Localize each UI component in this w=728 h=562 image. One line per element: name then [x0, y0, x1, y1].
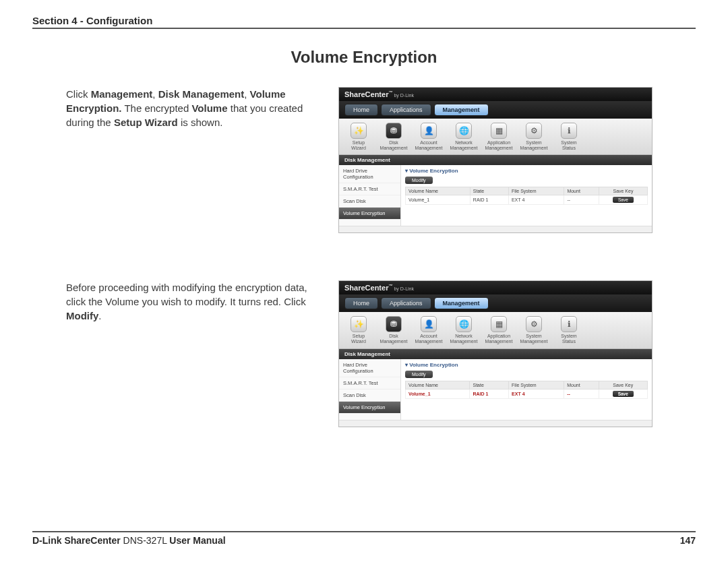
- tab-applications[interactable]: Applications: [381, 297, 431, 309]
- footer-page: 147: [680, 535, 696, 546]
- tab-management[interactable]: Management: [434, 104, 489, 116]
- footer-brand: D-Link ShareCenter: [32, 535, 121, 546]
- screenshot-1: ShareCenter™by D-Link Home Applications …: [338, 87, 653, 233]
- brand-sub: by D-Link: [394, 93, 414, 98]
- cell-mount: --: [564, 195, 599, 205]
- side-item-scan[interactable]: Scan Disk: [339, 389, 400, 402]
- txt: ,: [244, 88, 249, 100]
- app-brand-bar: ShareCenter™by D-Link: [339, 88, 652, 101]
- step-1-row: Click Management, Disk Management, Volum…: [32, 87, 696, 233]
- info-icon: ℹ: [568, 127, 571, 135]
- lbl: System Status: [555, 140, 583, 150]
- txt: ,: [152, 88, 158, 100]
- col-state: State: [470, 187, 508, 195]
- tab-home[interactable]: Home: [344, 104, 378, 116]
- top-nav: Home Applications Management: [339, 101, 652, 119]
- tab-applications[interactable]: Applications: [381, 104, 431, 116]
- txt-bold: Disk Management: [158, 88, 245, 100]
- brand: ShareCenter: [344, 284, 388, 292]
- step-2-row: Before proceeding with modifying the enc…: [32, 280, 696, 427]
- col-name: Volume Name: [406, 187, 471, 195]
- side-item-smart[interactable]: S.M.A.R.T. Test: [339, 183, 400, 195]
- volume-table: Volume Name State File System Mount Save…: [405, 381, 648, 399]
- toolbar-system-status[interactable]: ℹSystem Status: [555, 123, 583, 150]
- save-key-button[interactable]: Save: [613, 391, 634, 397]
- tab-home[interactable]: Home: [344, 297, 378, 309]
- info-icon: ℹ: [568, 320, 571, 328]
- side-item-volume-encryption[interactable]: Volume Encryption: [339, 208, 400, 220]
- lbl: System Status: [555, 334, 583, 344]
- mgmt-toolbar: ✨Setup Wizard ⛃Disk Management 👤Account …: [339, 312, 652, 348]
- toolbar-app-mgmt[interactable]: ▦Application Management: [485, 123, 513, 150]
- toolbar-disk-mgmt[interactable]: ⛃Disk Management: [380, 123, 408, 150]
- side-item-volume-encryption[interactable]: Volume Encryption: [339, 402, 400, 414]
- page-title: Volume Encryption: [32, 48, 696, 67]
- toolbar-setup-wizard[interactable]: ✨Setup Wizard: [344, 316, 373, 344]
- col-savekey: Save Key: [599, 187, 647, 195]
- cell-state: RAID 1: [470, 389, 509, 398]
- gear-icon: ⚙: [530, 320, 538, 328]
- txt: The encrypted: [122, 102, 192, 114]
- lbl: Application Management: [485, 334, 513, 344]
- lbl: Disk Management: [380, 334, 408, 344]
- lbl: System Management: [520, 334, 548, 344]
- footer-left: D-Link ShareCenter DNS-327L User Manual: [32, 535, 226, 546]
- panel-footer: [339, 226, 652, 232]
- table-header-row: Volume Name State File System Mount Save…: [406, 187, 648, 195]
- lbl: System Management: [520, 140, 548, 150]
- page-footer: D-Link ShareCenter DNS-327L User Manual …: [32, 531, 696, 546]
- txt: Click: [66, 88, 91, 100]
- toolbar-disk-mgmt[interactable]: ⛃Disk Management: [380, 316, 408, 344]
- txt-bold: Setup Wizard: [114, 117, 178, 128]
- col-mount: Mount: [564, 187, 599, 195]
- heading-text: Volume Encryption: [409, 362, 458, 368]
- toolbar-system-mgmt[interactable]: ⚙System Management: [520, 316, 548, 344]
- toolbar-network-mgmt[interactable]: 🌐Network Management: [450, 316, 478, 344]
- lbl: Network Management: [450, 140, 478, 150]
- lbl: Setup Wizard: [344, 334, 373, 344]
- toolbar-system-status[interactable]: ℹSystem Status: [555, 316, 583, 344]
- cell-fs: EXT 4: [508, 195, 564, 205]
- section-bar: Disk Management: [339, 155, 652, 165]
- toolbar-account-mgmt[interactable]: 👤Account Management: [415, 316, 443, 344]
- apps-icon: ▦: [495, 320, 503, 328]
- disk-icon: ⛃: [390, 127, 397, 135]
- cell-name: Volume_1: [406, 389, 470, 398]
- txt-bold: Modify: [66, 310, 98, 321]
- brand: ShareCenter: [344, 90, 388, 98]
- tab-management[interactable]: Management: [434, 297, 489, 309]
- table-row[interactable]: Volume_1 RAID 1 EXT 4 -- Save: [406, 195, 648, 205]
- col-fs: File System: [509, 381, 564, 389]
- side-item-hdc[interactable]: Hard Drive Configuration: [339, 165, 400, 183]
- modify-button[interactable]: Modify: [405, 177, 433, 184]
- panel-footer: [339, 420, 652, 427]
- mgmt-toolbar: ✨Setup Wizard ⛃Disk Management 👤Account …: [339, 119, 652, 155]
- toolbar-network-mgmt[interactable]: 🌐Network Management: [450, 123, 478, 150]
- brand-sub: by D-Link: [394, 286, 414, 291]
- step-1-text: Click Management, Disk Management, Volum…: [32, 87, 322, 129]
- side-item-hdc[interactable]: Hard Drive Configuration: [339, 359, 400, 377]
- footer-model: DNS-327L: [121, 535, 170, 546]
- side-item-smart[interactable]: S.M.A.R.T. Test: [339, 377, 400, 389]
- save-key-button[interactable]: Save: [613, 197, 634, 203]
- modify-button[interactable]: Modify: [405, 371, 433, 378]
- toolbar-setup-wizard[interactable]: ✨Setup Wizard: [344, 123, 373, 150]
- toolbar-system-mgmt[interactable]: ⚙System Management: [520, 123, 548, 150]
- cell-savekey: Save: [599, 195, 647, 205]
- wizard-icon: ✨: [354, 127, 364, 135]
- page-section-header: Section 4 - Configuration: [32, 15, 696, 29]
- apps-icon: ▦: [495, 127, 503, 135]
- toolbar-account-mgmt[interactable]: 👤Account Management: [415, 123, 443, 150]
- cell-savekey: Save: [599, 389, 647, 398]
- cell-fs: EXT 4: [509, 389, 564, 398]
- side-item-scan[interactable]: Scan Disk: [339, 195, 400, 208]
- gear-icon: ⚙: [530, 127, 538, 135]
- table-row-selected[interactable]: Volume_1 RAID 1 EXT 4 -- Save: [406, 389, 648, 398]
- side-menu: Hard Drive Configuration S.M.A.R.T. Test…: [339, 165, 401, 226]
- top-nav: Home Applications Management: [339, 294, 652, 312]
- step-2-text: Before proceeding with modifying the enc…: [32, 280, 322, 323]
- globe-icon: 🌐: [459, 320, 469, 328]
- panel-body: Hard Drive Configuration S.M.A.R.T. Test…: [339, 165, 652, 226]
- lbl: Application Management: [485, 140, 513, 150]
- toolbar-app-mgmt[interactable]: ▦Application Management: [485, 316, 513, 344]
